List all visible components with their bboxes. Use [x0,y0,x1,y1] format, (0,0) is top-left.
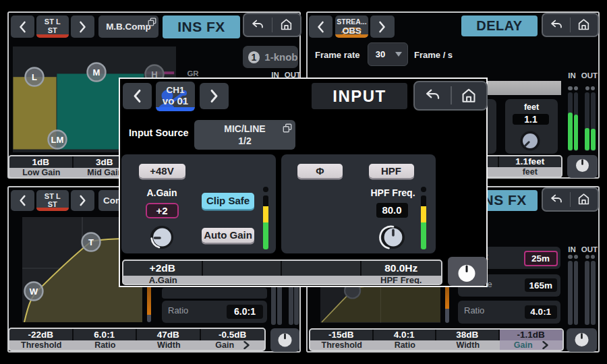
svg-text:W: W [30,286,38,297]
svg-text:T: T [88,237,94,247]
svg-text:M: M [93,67,100,78]
svg-text:LM: LM [51,135,64,145]
svg-text:L: L [32,72,37,82]
